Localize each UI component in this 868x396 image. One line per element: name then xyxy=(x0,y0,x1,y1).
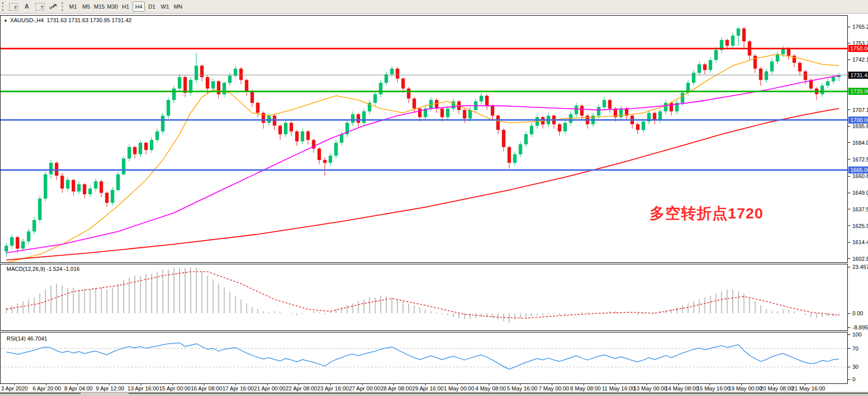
time-axis-tickmark xyxy=(805,383,805,385)
time-axis-label: 22 Apr 08:00 xyxy=(285,385,317,391)
time-axis-tickmark xyxy=(362,383,363,385)
time-axis-tickmark xyxy=(299,383,299,385)
time-axis-tickmark xyxy=(457,383,457,385)
price-axis-tickmark xyxy=(848,43,850,43)
timeframe-buttons-group: M1M5M15M30H1H4D1W1MN xyxy=(67,2,185,12)
mt4-chart-window: FAT▾ M1M5M15M30H1H4D1W1MN ▼XAUUSD-,H4 17… xyxy=(0,0,868,396)
frame-f-tool-icon-glyph: F xyxy=(9,3,18,11)
macd-axis-label: 0.00 xyxy=(852,310,863,316)
time-axis-label: 4 May 08:00 xyxy=(476,385,506,391)
ma-line-magenta[interactable] xyxy=(7,76,839,253)
time-axis-tickmark xyxy=(552,383,552,385)
bottom-tab-segment[interactable] xyxy=(129,393,868,396)
price-axis-label: 1695.60 xyxy=(852,123,868,129)
macd-axis-tickmark xyxy=(848,313,850,314)
time-axis-label: 13 May 00:00 xyxy=(633,385,667,391)
time-axis-tickmark xyxy=(393,383,394,385)
time-axis-label: 9 Apr 12:00 xyxy=(96,385,124,391)
ma-line-orange[interactable] xyxy=(7,54,839,263)
timeframe-button-W1[interactable]: W1 xyxy=(159,2,171,12)
timeframe-button-M30[interactable]: M30 xyxy=(106,2,119,12)
ma-line-red[interactable] xyxy=(7,108,839,260)
price-axis-tickmark xyxy=(848,258,850,259)
timeframe-button-H1[interactable]: H1 xyxy=(120,2,132,12)
frame-f-tool-icon[interactable]: F xyxy=(9,2,19,12)
time-axis-tickmark xyxy=(773,383,774,385)
toolbar-grip[interactable] xyxy=(2,2,4,11)
rsi-axis-tickmark xyxy=(848,334,850,335)
text-label-tool-icon[interactable]: A xyxy=(22,2,32,12)
bottom-tab-segment[interactable] xyxy=(0,393,81,396)
time-axis-label: 15 Apr 00:00 xyxy=(159,385,191,391)
price-axis-tickmark xyxy=(848,242,850,243)
time-axis-tickmark xyxy=(77,383,78,385)
price-badge-1731.42: 1731.42 xyxy=(848,72,868,79)
price-axis-label: 1707.15 xyxy=(852,107,868,113)
rsi-axis-label: 0 xyxy=(852,376,855,382)
time-axis-tickmark xyxy=(141,383,141,385)
text-box-tool-icon[interactable]: T xyxy=(35,2,45,12)
time-axis-label: 17 Apr 16:00 xyxy=(222,385,254,391)
price-axis-label: 1614.40 xyxy=(852,239,868,245)
time-axis-tickmark xyxy=(330,383,331,385)
time-axis-label: 28 Apr 08:00 xyxy=(380,385,412,391)
price-axis-label: 1765.25 xyxy=(852,24,868,30)
time-axis-tickmark xyxy=(584,383,584,385)
timeframe-button-M15[interactable]: M15 xyxy=(93,2,105,12)
time-axis-label: 11 May 16:00 xyxy=(602,385,635,391)
price-axis-tickmark xyxy=(848,60,850,60)
rsi-indicator-label: RSI(14) 46.7041 xyxy=(7,335,47,342)
arrows-tool-icon[interactable]: ▾ xyxy=(48,2,58,12)
time-axis-tickmark xyxy=(14,383,15,385)
price-chart-svg xyxy=(1,16,847,262)
price-axis-tickmark xyxy=(848,109,850,110)
drawing-tools-group: FAT▾ xyxy=(7,2,60,12)
rsi-axis-tickmark xyxy=(848,379,850,380)
time-axis-label: 8 May 08:00 xyxy=(570,385,601,391)
macd-axis-label: -8.895 xyxy=(852,324,868,330)
time-axis-tickmark xyxy=(615,383,615,385)
price-axis-label: 1742.15 xyxy=(852,56,868,63)
chart-symbol-period: XAUUSD-,H4 xyxy=(10,17,44,23)
price-axis-tickmark xyxy=(848,193,850,193)
time-axis-label: 5 May 16:00 xyxy=(507,385,538,391)
rsi-axis-label: 30 xyxy=(852,364,858,370)
time-axis-label: 1 May 00:00 xyxy=(444,385,475,391)
timeframe-button-M5[interactable]: M5 xyxy=(80,2,92,12)
price-axis-tickmark xyxy=(848,209,850,209)
time-axis-label: 14 May 08:00 xyxy=(665,385,699,391)
rsi-svg xyxy=(1,332,847,383)
timeframe-button-MN[interactable]: MN xyxy=(172,2,184,12)
price-axis-tickmark xyxy=(848,126,850,127)
timeframe-button-H4[interactable]: H4 xyxy=(133,2,145,12)
macd-histogram xyxy=(7,268,839,323)
arrows-glyph xyxy=(49,3,57,10)
time-axis-label: 19 May 00:00 xyxy=(728,385,762,391)
time-axis-label: 16 Apr 08:00 xyxy=(191,385,222,391)
rsi-axis-label: 100 xyxy=(852,331,861,337)
price-axis-tickmark xyxy=(848,142,850,143)
time-axis-label: 6 Apr 20:00 xyxy=(33,385,61,391)
price-axis-label: 1625.95 xyxy=(852,223,868,229)
chart-title: ▼XAUUSD-,H4 1731.63 1731.63 1730.95 1731… xyxy=(4,17,132,23)
macd-axis-label: 23.457 xyxy=(852,264,868,270)
toolbar-grip[interactable] xyxy=(62,2,63,11)
time-axis-tickmark xyxy=(710,383,710,385)
time-axis-label: 20 May 08:00 xyxy=(760,385,794,391)
collapse-triangle-icon[interactable]: ▼ xyxy=(4,19,8,23)
text-box-tool-icon-glyph: T xyxy=(35,3,44,11)
time-axis-tickmark xyxy=(678,383,679,385)
rsi-axis-label: 70 xyxy=(852,346,858,352)
price-badge-1665.00: 1665.00 xyxy=(848,166,868,174)
price-badge-1700.00: 1700.00 xyxy=(848,117,868,124)
time-axis-tickmark xyxy=(236,383,236,385)
price-badge-1720.00: 1720.00 xyxy=(848,88,868,95)
bottom-strip xyxy=(0,392,868,396)
price-axis-label: 1602.85 xyxy=(852,256,868,262)
macd-axis-tickmark xyxy=(848,267,850,267)
timeframe-button-D1[interactable]: D1 xyxy=(146,2,158,12)
timeframe-button-M1[interactable]: M1 xyxy=(67,2,79,12)
price-badge-1750.00: 1750.00 xyxy=(848,45,868,52)
time-axis-tickmark xyxy=(425,383,426,385)
time-axis-tickmark xyxy=(741,383,742,385)
